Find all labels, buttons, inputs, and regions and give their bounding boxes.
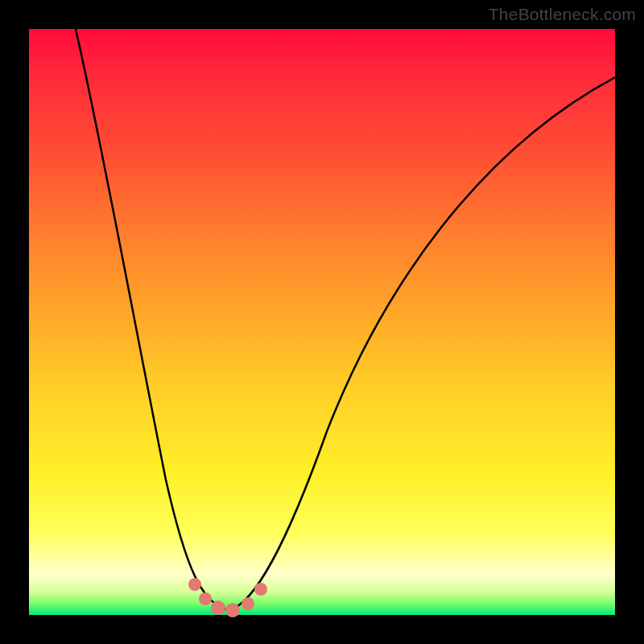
marker-dot <box>242 597 254 610</box>
bottleneck-curve-svg <box>29 29 615 615</box>
bottleneck-curve-path <box>76 29 615 610</box>
marker-dot <box>254 583 267 596</box>
marker-dot <box>211 601 225 615</box>
marker-dot <box>225 603 240 617</box>
watermark-text: TheBottleneck.com <box>489 5 636 24</box>
marker-dot <box>199 592 212 605</box>
plot-area <box>29 29 615 615</box>
chart-container: TheBottleneck.com <box>0 0 644 644</box>
minimum-markers <box>188 578 267 617</box>
marker-dot <box>188 578 201 591</box>
